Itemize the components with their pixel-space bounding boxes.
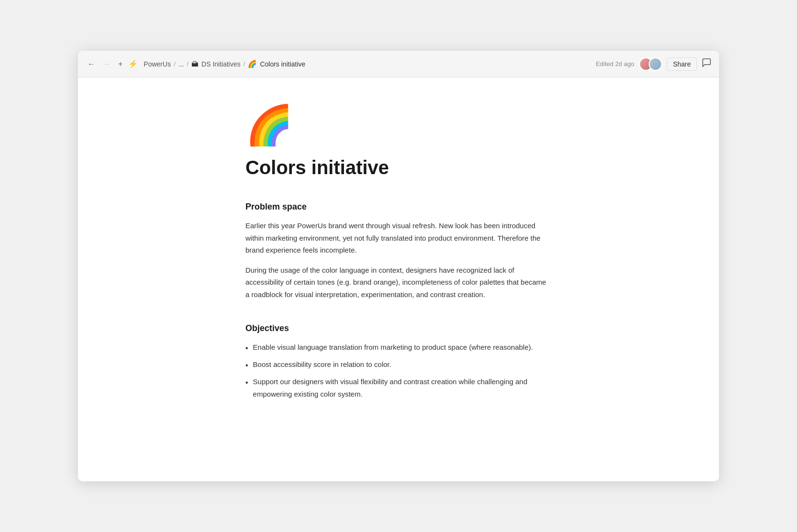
problem-space-section: Problem space Earlier this year PowerUs … (245, 202, 552, 300)
avatar-group (639, 57, 662, 71)
breadcrumb-ellipsis[interactable]: ... (178, 60, 184, 68)
comment-button[interactable] (702, 58, 711, 70)
objectives-section: Objectives Enable visual language transl… (245, 323, 552, 400)
nav-buttons: ← → + ⚡ (86, 58, 138, 70)
breadcrumb-sep-2: / (187, 60, 188, 67)
browser-window: ← → + ⚡ PowerUs / ... / 🏔 DS Initiatives… (78, 51, 719, 481)
new-tab-button[interactable]: + (116, 58, 124, 70)
browser-chrome: ← → + ⚡ PowerUs / ... / 🏔 DS Initiatives… (78, 51, 719, 78)
breadcrumb-parent[interactable]: 🏔 DS Initiatives (191, 60, 241, 68)
breadcrumb-sep-3: / (244, 60, 245, 67)
back-button[interactable]: ← (86, 58, 97, 70)
parent-label: DS Initiatives (201, 60, 241, 68)
breadcrumb-current: 🌈 Colors initiative (248, 60, 305, 68)
workspace-label: PowerUs (144, 60, 171, 68)
ds-initiatives-icon: 🏔 (191, 60, 199, 68)
list-item: Boost accessibility score in relation to… (245, 358, 552, 372)
problem-paragraph-2: During the usage of the color language i… (245, 264, 552, 301)
page-icon: 🌈 (245, 106, 552, 144)
breadcrumb: PowerUs / ... / 🏔 DS Initiatives / 🌈 Col… (144, 60, 590, 68)
breadcrumb-workspace[interactable]: PowerUs (144, 60, 171, 68)
share-button[interactable]: Share (667, 57, 697, 71)
breadcrumb-sep-1: / (174, 60, 176, 67)
content-wrapper: 🌈 Colors initiative Problem space Earlie… (226, 78, 571, 481)
colors-initiative-icon: 🌈 (248, 60, 257, 68)
lightning-icon: ⚡ (128, 59, 138, 68)
objectives-heading: Objectives (245, 323, 552, 333)
comment-icon (702, 58, 711, 70)
objectives-list: Enable visual language translation from … (245, 341, 552, 400)
problem-space-body: Earlier this year PowerUs brand went thr… (245, 220, 552, 300)
list-item: Support our designers with visual flexib… (245, 376, 552, 400)
problem-paragraph-1: Earlier this year PowerUs brand went thr… (245, 220, 552, 256)
page-content: 🌈 Colors initiative Problem space Earlie… (78, 78, 719, 481)
list-item: Enable visual language translation from … (245, 341, 552, 355)
avatar-user-2 (649, 57, 662, 71)
page-title: Colors initiative (245, 156, 552, 179)
problem-space-heading: Problem space (245, 202, 552, 212)
current-label: Colors initiative (260, 60, 305, 68)
forward-button[interactable]: → (101, 58, 112, 70)
ellipsis-label: ... (178, 60, 184, 68)
edited-timestamp: Edited 2d ago (596, 60, 634, 67)
browser-actions: Edited 2d ago Share (596, 57, 711, 71)
